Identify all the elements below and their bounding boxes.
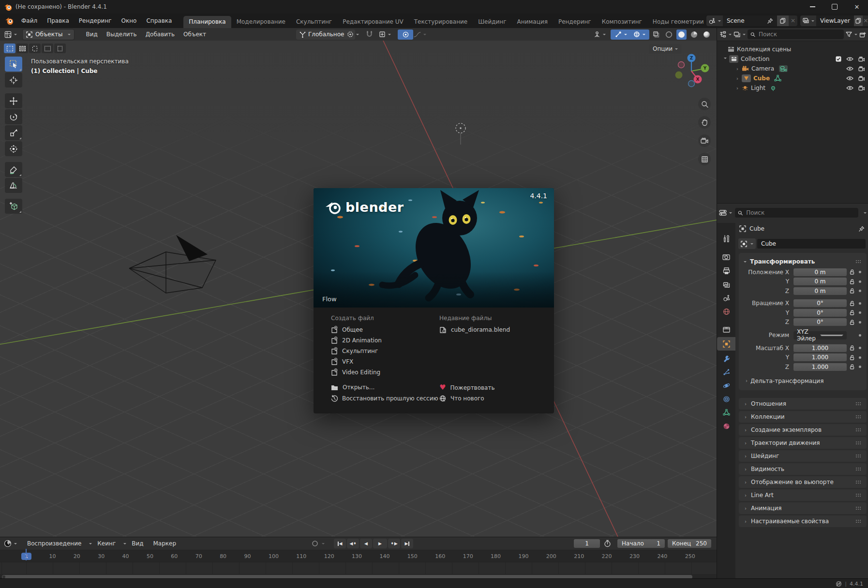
location-x-field[interactable]: 0 m [793,268,847,276]
lock-icon[interactable] [847,301,857,306]
expand-icon[interactable]: › [735,86,739,91]
remove-viewlayer-button[interactable]: ✕ [863,15,868,26]
ruler-label[interactable]: 80 [220,553,226,559]
section-viewport-display[interactable]: ›Отображение во вьюпорте [739,476,867,488]
checkbox-icon[interactable] [836,56,841,62]
tab-world-properties[interactable] [717,305,735,318]
panel-grip[interactable] [855,415,862,419]
location-y-field[interactable]: 0 m [793,278,847,285]
object-id-button[interactable] [738,238,756,249]
new-file-vfx[interactable]: VFX [331,358,353,365]
menu-window[interactable]: Окно [117,15,142,26]
properties-search-input[interactable] [745,209,855,217]
show-gizmo-button[interactable] [591,29,608,40]
ruler-label[interactable]: 200 [546,553,556,559]
viewlayer-browse-button[interactable] [800,15,816,26]
timeline-channels[interactable] [0,562,717,574]
new-file-sculpting[interactable]: Скульптинг [331,347,378,354]
snap-settings-button[interactable] [376,29,393,40]
menu-help[interactable]: Справка [141,15,177,26]
section-animation[interactable]: ›Анимация [739,502,867,514]
rotation-mode-select[interactable]: XYZ Эйлер [793,331,847,339]
recent-file-cube-diorama[interactable]: cube_diorama.blend [439,326,510,333]
disable-in-render-camera-icon[interactable] [858,57,865,62]
ruler-label[interactable]: 10 [49,553,56,559]
minimize-button[interactable] [801,0,823,14]
pivot-point-button[interactable] [344,29,361,40]
outliner-search-input[interactable] [758,30,841,38]
marker-menu[interactable]: Маркер [149,538,181,549]
tab-geometry-nodes[interactable]: Ноды геометрии [647,16,709,28]
ruler-label[interactable]: 220 [602,553,612,559]
outliner-filter-button[interactable] [846,31,857,37]
keying-menu[interactable]: Кеинг [93,538,120,549]
annotate-tool[interactable] [5,162,22,177]
shading-wireframe-button[interactable] [664,29,674,40]
panel-grip[interactable] [855,428,862,432]
current-frame-field[interactable]: 1 [574,539,600,548]
tab-tool-properties[interactable] [717,232,735,245]
pin-icon[interactable] [859,226,865,232]
zoom-icon[interactable] [698,98,711,110]
timeline-view-menu[interactable]: Вид [127,538,148,549]
scale-x-field[interactable]: 1.000 [793,344,847,352]
expand-icon[interactable]: › [735,76,739,81]
shading-solid-button[interactable] [676,29,687,40]
ruler-label[interactable]: 20 [74,553,80,559]
prev-keyframe-button[interactable]: ◀♦ [347,539,359,548]
animate-decorator[interactable] [859,334,861,337]
select-mode-circle[interactable] [29,44,41,53]
panel-grip[interactable] [855,454,862,458]
tab-material-properties[interactable] [717,419,735,433]
section-instancing[interactable]: ›Создание экземпляров [739,424,867,436]
editor-type-button[interactable] [2,29,19,40]
tab-shading[interactable]: Шейдинг [473,16,511,28]
outliner-row-collection[interactable]: Collection [717,54,868,64]
add-cube-tool[interactable] [5,199,22,214]
shading-rendered-button[interactable] [702,29,712,40]
section-custom-properties[interactable]: ›Настраиваемые свойства [739,515,867,527]
select-mode-lasso[interactable] [42,44,53,53]
jump-to-end-button[interactable]: ▶ [401,539,413,548]
ruler-label[interactable]: 120 [324,553,334,559]
lock-icon[interactable] [847,279,857,284]
panel-grip[interactable] [855,441,862,445]
next-keyframe-button[interactable]: ♦▶ [388,539,400,548]
expand-icon[interactable]: › [735,66,739,72]
overlays-toggle[interactable] [629,29,649,40]
frame-end-field[interactable]: Конец 250 [668,539,711,548]
playhead[interactable] [26,549,27,560]
ruler-label[interactable]: 210 [574,553,584,559]
unlink-scene-button[interactable]: ✕ [789,15,797,26]
transform-panel-header[interactable]: Трансформировать [739,256,867,267]
timeline-ruler[interactable]: 1102030405060708090100110120130140150160… [0,550,717,562]
tab-animation[interactable]: Анимация [511,16,553,28]
tab-output-properties[interactable] [717,264,735,278]
tab-compositing[interactable]: Композитинг [597,16,647,28]
expand-collection-icon[interactable] [724,58,727,60]
menu-edit[interactable]: Правка [42,15,74,26]
tab-scene-properties[interactable] [717,291,735,305]
animate-decorator[interactable] [859,290,861,292]
section-collections[interactable]: ›Коллекции [739,411,867,423]
transform-tool[interactable] [5,141,22,156]
lock-icon[interactable] [847,345,857,351]
disable-in-render-camera-icon[interactable] [858,86,865,91]
play-reverse-button[interactable]: ◀ [360,539,372,548]
new-file-2d-animation[interactable]: 2D Animation [331,337,382,344]
donate-link[interactable]: ♥ Пожертвовать [439,384,495,391]
lock-icon[interactable] [847,364,857,369]
splash-artwork[interactable]: blender 4.4.1 Flow [314,188,554,308]
ruler-label[interactable]: 170 [463,553,473,559]
jump-to-start-button[interactable]: ◀ [334,539,346,548]
location-z-field[interactable]: 0 m [793,287,847,295]
lock-icon[interactable] [847,310,857,315]
chevron-down-icon[interactable] [864,212,867,215]
ruler-label[interactable]: 230 [629,553,640,559]
section-line-art[interactable]: ›Line Art [739,489,867,501]
panel-grip[interactable] [855,493,862,497]
open-file-link[interactable]: Открыть... [331,384,374,391]
tab-particle-properties[interactable] [717,365,735,379]
lock-icon[interactable] [847,269,857,275]
disable-in-render-camera-icon[interactable] [858,76,865,81]
